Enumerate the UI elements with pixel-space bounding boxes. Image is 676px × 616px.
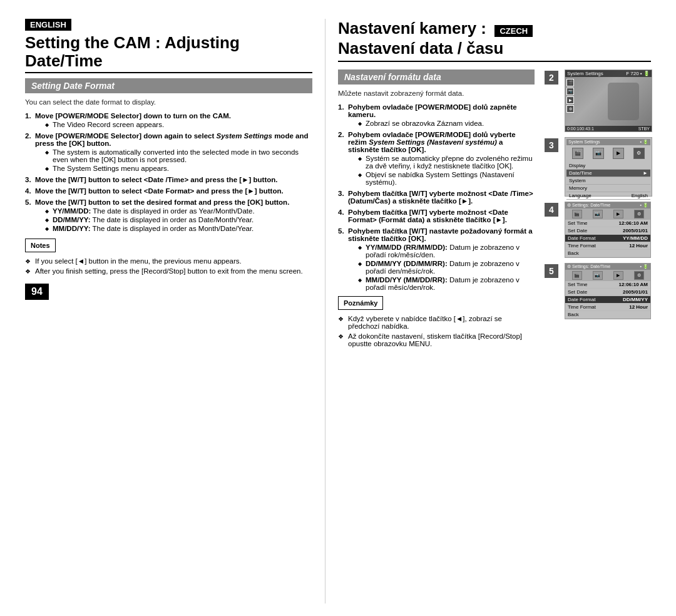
right-step-3: 3. Pohybem tlačítka [W/T] vyberte možnos… <box>338 190 535 205</box>
poznamky-box: Poznámky <box>338 296 383 310</box>
menu-icon-settings: ⚙ <box>633 148 645 159</box>
dt-date-format-4: Date Format YY/MM/DD <box>565 235 650 242</box>
dt-set-date-4: Set Date 2005/01/01 <box>565 227 650 235</box>
left-step-5: 5. Move the [W/T] button to set the desi… <box>25 198 312 232</box>
right-steps-list: 1. Pohybem ovladače [POWER/MODE] dolů za… <box>338 103 535 291</box>
menu-item-system: System <box>566 177 650 185</box>
right-step-1: 1. Pohybem ovladače [POWER/MODE] dolů za… <box>338 103 535 127</box>
right-intro: Můžete nastavit zobrazený formát data. <box>338 90 535 97</box>
menu-item-display: Display <box>566 162 650 170</box>
menu-screen-3: System Settings ▪ 🔋 🎬 📷 ▶ ⚙ Display <box>565 138 652 196</box>
dt-date-format-5: Date Format DD/MM/YY <box>565 296 650 304</box>
right-header: Nastavení kamery : CZECH Nastavení data … <box>338 19 651 67</box>
right-step-2-bullets: Systém se automaticky přepne do zvolenéh… <box>358 155 535 186</box>
cam-person-silhouette <box>608 83 639 120</box>
right-step-2: 2. Pohybem ovladače [POWER/MODE] dolů vy… <box>338 131 535 186</box>
menu-icon-photo: 📷 <box>593 148 604 159</box>
poznamky-item-2: Až dokončíte nastavení, stiskem tlačítka… <box>338 332 535 347</box>
dt-icon-5-2: 📷 <box>593 271 603 280</box>
right-step-4: 4. Pohybem tlačítka [W/T] vyberte možnos… <box>338 208 535 223</box>
screenshot-row-5: 5 ⚙ Settings: Date/Time ▪ 🔋 🎬 📷 ▶ ⚙ <box>545 263 651 319</box>
dt-icon-2: 📷 <box>593 210 603 218</box>
menu-icons-row-3: 🎬 📷 ▶ ⚙ <box>566 146 650 160</box>
dt-top-bar-4: ⚙ Settings: Date/Time ▪ 🔋 <box>565 202 650 208</box>
right-step-1-bullets: Zobrazí se obrazovka Záznam videa. <box>358 120 535 127</box>
czech-badge: CZECH <box>494 25 533 37</box>
cam-icon-4: ⚙ <box>566 105 574 113</box>
notes-item-2: After you finish setting, press the [Rec… <box>25 267 312 275</box>
dt-time-format-5: Time Format 12 Hour <box>565 304 650 311</box>
left-header: ENGLISH Setting the CAM : Adjusting Date… <box>25 19 312 73</box>
dt-set-time-4: Set Time 12:06:10 AM <box>565 220 650 227</box>
left-step-4: 4. Move the [W/T] button to select <Date… <box>25 187 312 195</box>
step-num-3: 3 <box>545 138 558 152</box>
left-step-3: 3. Move the [W/T] button to select <Date… <box>25 176 312 183</box>
right-content: Nastavení formátu data Můžete nastavit z… <box>338 69 651 351</box>
cam-screen-3: System Settings ▪ 🔋 🎬 📷 ▶ ⚙ Display <box>565 137 652 197</box>
screenshot-row-4: 4 ⚙ Settings: Date/Time ▪ 🔋 🎬 📷 ▶ ⚙ <box>545 202 651 258</box>
notes-list: If you select [◄] button in the menu, th… <box>25 257 312 275</box>
dt-icons-row-5: 🎬 📷 ▶ ⚙ <box>565 270 650 281</box>
screenshot-row-2: 2 System Settings F 720 ▪ 🔋 🎬 📷 ▶ <box>545 69 651 132</box>
notes-box: Notes <box>25 239 56 252</box>
right-title-block: Nastavení kamery : CZECH Nastavení data … <box>338 19 533 58</box>
menu-icon-cam: 🎬 <box>572 148 583 159</box>
left-step-1: 1. Move [POWER/MODE Selector] down to tu… <box>25 112 312 128</box>
menu-item-language: Language English <box>566 192 650 200</box>
cam-sidebar: 🎬 📷 ▶ ⚙ <box>565 78 575 114</box>
left-section-header-wrap: Setting Date Format <box>25 78 312 93</box>
left-step-5-bullets: YY/MM/DD: The date is displayed in order… <box>45 207 312 232</box>
cam-icon-1: 🎬 <box>566 79 574 86</box>
dt-set-time-5: Set Time 12:06:10 AM <box>565 281 650 289</box>
cam-screen-5: ⚙ Settings: Date/Time ▪ 🔋 🎬 📷 ▶ ⚙ Set Ti… <box>565 263 651 319</box>
cam-screen-4: ⚙ Settings: Date/Time ▪ 🔋 🎬 📷 ▶ ⚙ Set Ti… <box>565 202 651 258</box>
dt-back-4: Back <box>565 250 650 257</box>
dt-icon-5-1: 🎬 <box>572 271 582 280</box>
left-step-1-bullets: The Video Record screen appears. <box>45 121 312 128</box>
step-num-4: 4 <box>545 203 558 217</box>
poznamky-list: Když vyberete v nabídce tlačítko [◄], zo… <box>338 315 535 347</box>
left-step-2: 2. Move [POWER/MODE Selector] down again… <box>25 132 312 172</box>
menu-item-memory: Memory <box>566 185 650 192</box>
left-steps-list: 1. Move [POWER/MODE Selector] down to tu… <box>25 112 312 232</box>
cam-bottom-bar: 0:00:100:43:1 STBY <box>565 126 652 131</box>
dt-icon-3: ▶ <box>613 210 623 218</box>
page-container: ENGLISH Setting the CAM : Adjusting Date… <box>0 0 676 616</box>
left-section-header: Setting Date Format <box>25 78 312 93</box>
right-step-5-bullets: YY/MM/DD (RR/MM/DD): Datum je zobrazeno … <box>358 244 535 291</box>
menu-top-bar-3: System Settings ▪ 🔋 <box>566 139 650 145</box>
dt-icon-4: ⚙ <box>634 210 644 218</box>
right-header-divider: Nastavení kamery : CZECH Nastavení data … <box>338 19 651 62</box>
screenshots-area: 2 System Settings F 720 ▪ 🔋 🎬 📷 ▶ <box>545 69 651 351</box>
right-main-title-line2: Nastavení data / času <box>338 39 503 58</box>
menu-icon-play: ▶ <box>613 148 624 159</box>
dt-time-format-4: Time Format 12 Hour <box>565 242 650 250</box>
cam-icon-3: ▶ <box>566 96 574 104</box>
left-main-title: Setting the CAM : Adjusting Date/Time <box>25 34 312 73</box>
cam-screen-2: System Settings F 720 ▪ 🔋 🎬 📷 ▶ ⚙ <box>565 69 652 132</box>
menu-item-datetime: Date/Time ► <box>566 170 650 177</box>
right-main-title-line1: Nastavení kamery : <box>338 19 486 38</box>
cam-icon-2: 📷 <box>566 88 574 95</box>
page-number: 94 <box>25 284 49 300</box>
dt-icon-5-4: ⚙ <box>634 271 644 280</box>
dt-set-date-5: Set Date 2005/01/01 <box>565 289 650 296</box>
step-num-5: 5 <box>545 264 558 278</box>
cam-video-bg: System Settings F 720 ▪ 🔋 🎬 📷 ▶ ⚙ <box>565 70 652 131</box>
step-num-2: 2 <box>545 71 558 85</box>
notes-item-1: If you select [◄] button in the menu, th… <box>25 257 312 265</box>
right-step-5: 5. Pohybem tlačítka [W/T] nastavte požad… <box>338 227 535 291</box>
dt-icons-row-4: 🎬 📷 ▶ ⚙ <box>565 208 650 220</box>
screenshot-row-3: 3 System Settings ▪ 🔋 🎬 📷 ▶ ⚙ <box>545 137 651 197</box>
dt-back-5: Back <box>565 311 650 319</box>
dt-icon-1: 🎬 <box>572 210 582 218</box>
dt-icon-5-3: ▶ <box>613 271 623 280</box>
left-intro: You can select the date format to displa… <box>25 98 312 106</box>
english-badge: ENGLISH <box>25 19 71 31</box>
poznamky-item-1: Když vyberete v nabídce tlačítko [◄], zo… <box>338 315 535 330</box>
left-step-2-bullets: The system is automatically converted in… <box>45 148 312 172</box>
cam-top-bar-2: System Settings F 720 ▪ 🔋 <box>565 70 652 77</box>
right-column: Nastavení kamery : CZECH Nastavení data … <box>325 19 651 603</box>
right-text-area: Nastavení formátu data Můžete nastavit z… <box>338 69 535 351</box>
left-column: ENGLISH Setting the CAM : Adjusting Date… <box>25 19 325 603</box>
